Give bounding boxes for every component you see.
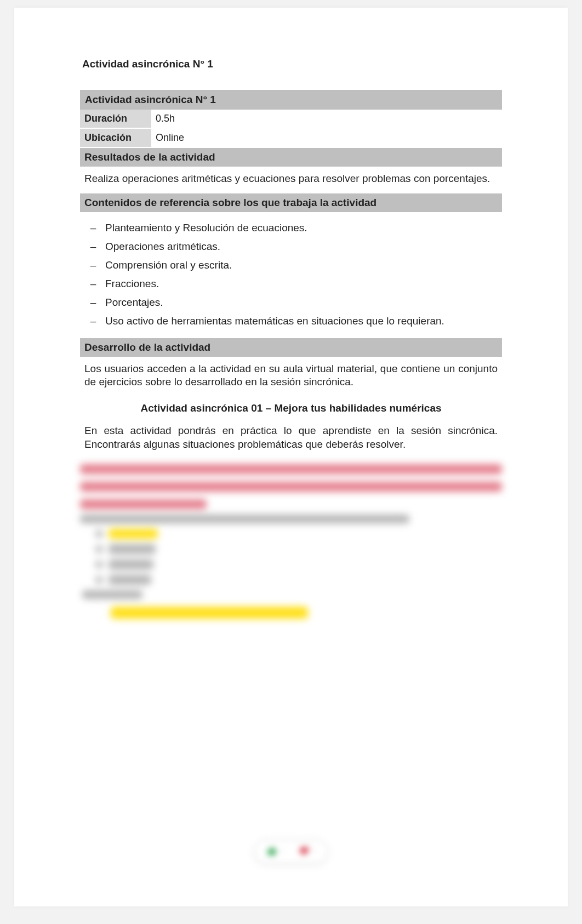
- list-item: – Planteamiento y Resolución de ecuacion…: [84, 219, 498, 237]
- list-item: – Porcentajes.: [84, 293, 498, 312]
- list-item-text: Comprensión oral y escrita.: [105, 259, 232, 271]
- activity-title-header: Actividad asincrónica N° 1: [80, 90, 502, 110]
- document-page: Actividad asincrónica N° 1 Actividad asi…: [14, 8, 568, 906]
- results-text: Realiza operaciones aritméticas y ecuaci…: [80, 167, 502, 193]
- label-location: Ubicación: [80, 129, 151, 147]
- contents-header: Contenidos de referencia sobre los que t…: [80, 193, 502, 212]
- development-header: Desarrollo de la actividad: [80, 338, 502, 357]
- dash-icon: –: [87, 259, 100, 271]
- list-item-text: Porcentajes.: [105, 296, 163, 309]
- dash-icon: –: [87, 241, 100, 253]
- thumbs-up-count: ·: [281, 846, 283, 856]
- activity-subtitle: Actividad asincrónica 01 – Mejora tus ha…: [80, 397, 502, 424]
- dash-icon: –: [87, 296, 100, 309]
- value-location: Online: [151, 129, 502, 147]
- dash-icon: –: [87, 315, 100, 327]
- list-item-text: Planteamiento y Resolución de ecuaciones…: [105, 222, 307, 234]
- dash-icon: –: [87, 222, 100, 234]
- dash-icon: –: [87, 278, 100, 290]
- thumbs-up-button[interactable]: ·: [267, 846, 283, 857]
- list-item: – Operaciones aritméticas.: [84, 237, 498, 256]
- rating-widget: · ·: [254, 840, 328, 864]
- activity-intro: En esta actividad pondrás en práctica lo…: [80, 424, 502, 459]
- row-location: Ubicación Online: [80, 129, 502, 148]
- results-header: Resultados de la actividad: [80, 148, 502, 167]
- list-item-text: Operaciones aritméticas.: [105, 241, 220, 253]
- row-duration: Duración 0.5h: [80, 110, 502, 129]
- value-duration: 0.5h: [151, 110, 502, 128]
- contents-list: – Planteamiento y Resolución de ecuacion…: [80, 212, 502, 338]
- blurred-content: [80, 459, 502, 655]
- thumbs-down-count: ·: [313, 846, 315, 856]
- label-duration: Duración: [80, 110, 151, 128]
- list-item: – Comprensión oral y escrita.: [84, 256, 498, 275]
- list-item: – Uso activo de herramientas matemáticas…: [84, 312, 498, 330]
- thumbs-up-icon: [267, 846, 278, 857]
- list-item-text: Fracciones.: [105, 278, 159, 290]
- page-title: Actividad asincrónica N° 1: [82, 58, 502, 70]
- list-item: – Fracciones.: [84, 275, 498, 293]
- list-item-text: Uso activo de herramientas matemáticas e…: [105, 315, 444, 327]
- thumbs-down-button[interactable]: ·: [299, 846, 315, 857]
- development-text: Los usuarios acceden a la actividad en s…: [80, 357, 502, 397]
- thumbs-down-icon: [299, 846, 310, 857]
